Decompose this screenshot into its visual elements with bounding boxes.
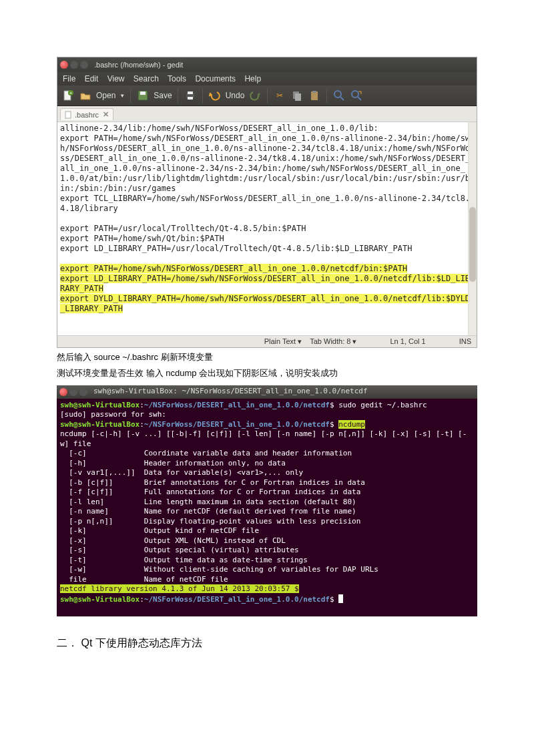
svg-line-13 — [340, 97, 344, 100]
svg-rect-11 — [312, 91, 316, 93]
terminal-output[interactable]: swh@swh-VirtualBox:~/NSForWoss/DESERT_al… — [57, 399, 477, 616]
menu-file[interactable]: File — [63, 74, 75, 83]
redo-icon[interactable] — [248, 89, 262, 102]
svg-rect-9 — [295, 93, 301, 101]
chevron-down-icon[interactable]: ▼ — [119, 93, 125, 99]
svg-point-14 — [352, 91, 358, 98]
svg-line-15 — [358, 97, 361, 100]
close-tab-icon[interactable]: ✕ — [103, 110, 109, 119]
scrollbar[interactable] — [468, 122, 477, 335]
svg-point-12 — [334, 91, 341, 98]
svg-rect-7 — [188, 97, 193, 100]
svg-rect-4 — [140, 91, 146, 95]
save-button[interactable]: Save — [154, 91, 172, 100]
heading-2: 二． Qt 下使用静态动态库方法 — [57, 636, 477, 650]
paste-icon[interactable] — [308, 89, 321, 102]
undo-button[interactable]: Undo — [226, 91, 245, 100]
copy-icon[interactable] — [290, 89, 304, 102]
menu-view[interactable]: View — [107, 74, 125, 83]
replace-icon[interactable] — [350, 89, 363, 102]
editor-text-a: allinone-2.34/lib:/home/swh/NSForWoss/DE… — [60, 124, 470, 253]
terminal-window: swh@swh-VirtualBox: ~/NSForWoss/DESERT_a… — [57, 385, 477, 616]
status-ins: INS — [459, 337, 471, 346]
maximize-icon[interactable] — [79, 388, 87, 396]
svg-text:+: + — [69, 90, 73, 96]
close-icon[interactable] — [59, 388, 67, 396]
maximize-icon[interactable] — [80, 61, 88, 69]
terminal-titlebar[interactable]: swh@swh-VirtualBox: ~/NSForWoss/DESERT_a… — [57, 385, 477, 399]
minimize-icon[interactable] — [69, 388, 77, 396]
status-mode[interactable]: Plain Text ▾ — [264, 337, 302, 346]
undo-icon[interactable] — [208, 89, 222, 102]
editor-content[interactable]: allinone-2.34/lib:/home/swh/NSForWoss/DE… — [57, 122, 477, 335]
statusbar: Plain Text ▾ Tab Width: 8 ▾ Ln 1, Col 1 … — [57, 335, 477, 347]
save-icon[interactable] — [136, 89, 150, 102]
tab-bashrc[interactable]: .bashrc ✕ — [60, 108, 113, 120]
tab-label: .bashrc — [75, 111, 99, 119]
close-icon[interactable] — [60, 61, 68, 69]
open-icon[interactable] — [79, 89, 92, 102]
toolbar: + Open ▼ Save Undo ✂ — [57, 85, 477, 106]
menu-edit[interactable]: Edit — [85, 74, 99, 83]
svg-rect-16 — [65, 112, 71, 118]
minimize-icon[interactable] — [70, 61, 78, 69]
titlebar[interactable]: .bashrc (/home/swh) - gedit — [57, 57, 477, 72]
svg-rect-6 — [188, 91, 193, 94]
menu-tools[interactable]: Tools — [168, 74, 186, 83]
editor-text-highlighted: export PATH=/home/swh/NSForWoss/DESERT_a… — [60, 264, 470, 313]
cut-icon[interactable]: ✂ — [273, 89, 286, 102]
paragraph-2: 测试环境变量是否生效 输入 ncdump 会出现如下阴影区域，说明安装成功 — [57, 367, 477, 380]
terminal-title: swh@swh-VirtualBox: ~/NSForWoss/DESERT_a… — [93, 387, 368, 397]
search-icon[interactable] — [332, 89, 346, 102]
menu-documents[interactable]: Documents — [195, 74, 236, 83]
gedit-window: .bashrc (/home/swh) - gedit File Edit Vi… — [57, 57, 477, 348]
cursor — [338, 594, 343, 603]
paragraph-1: 然后输入 source ~/.bashrc 刷新环境变量 — [57, 351, 477, 364]
status-tabwidth[interactable]: Tab Width: 8 ▾ — [310, 337, 356, 346]
status-position: Ln 1, Col 1 — [390, 337, 425, 346]
menu-search[interactable]: Search — [134, 74, 159, 83]
open-button[interactable]: Open — [96, 91, 115, 100]
menu-help[interactable]: Help — [244, 74, 261, 83]
menubar: File Edit View Search Tools Documents He… — [57, 72, 477, 85]
tabbar: .bashrc ✕ — [57, 106, 477, 122]
print-icon[interactable] — [184, 89, 197, 102]
window-title: .bashrc (/home/swh) - gedit — [94, 61, 183, 69]
new-file-icon[interactable]: + — [61, 89, 75, 102]
